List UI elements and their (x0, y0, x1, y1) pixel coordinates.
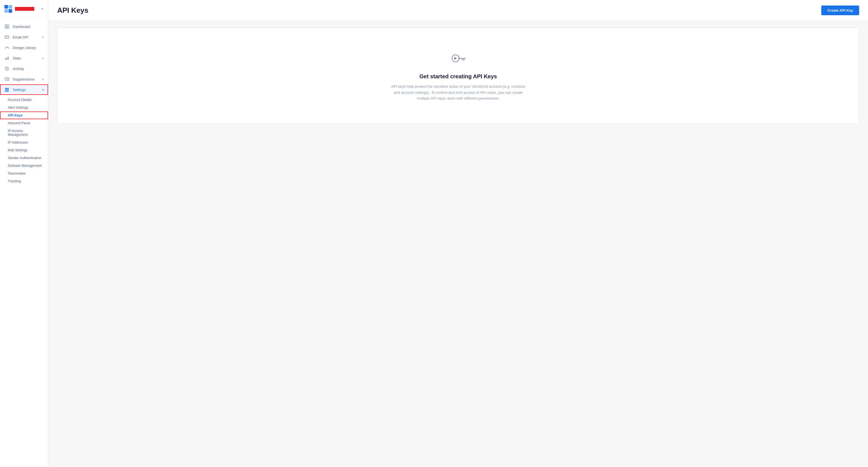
empty-state-description: API keys help protect the sensitive area… (389, 84, 527, 101)
svg-rect-15 (5, 88, 9, 89)
activity-icon (4, 66, 9, 71)
svg-rect-10 (6, 58, 7, 60)
svg-rect-1 (8, 5, 12, 8)
settings-icon (4, 87, 9, 92)
svg-rect-6 (5, 27, 7, 29)
sidebar-item-design-library-label: Design Library (13, 46, 36, 50)
stats-icon (4, 56, 9, 61)
sidebar-item-suppressions[interactable]: Suppressions ▾ (0, 74, 48, 84)
settings-sub-nav: Account Details Alert Settings API Keys … (0, 95, 48, 186)
create-api-key-button[interactable]: Create API Key (821, 5, 859, 15)
suppressions-icon (4, 77, 9, 82)
svg-rect-11 (8, 57, 8, 60)
empty-state-card: Get started creating API Keys API keys h… (57, 28, 859, 124)
sidebar-item-settings[interactable]: Settings ▾ (0, 84, 48, 95)
sub-nav-item-ip-access-management[interactable]: IP Access Management (0, 127, 48, 139)
key-icon (450, 50, 467, 68)
sub-nav-item-mail-settings[interactable]: Mail Settings (0, 146, 48, 154)
brand-name (15, 7, 34, 11)
sidebar-item-activity[interactable]: Activity (0, 63, 48, 74)
sub-nav-item-teammates[interactable]: Teammates (0, 170, 48, 177)
main-nav: Dashboard Email API ▾ Design Library (0, 18, 48, 467)
sidebar: ▼ Dashboard Email API (0, 0, 49, 467)
dashboard-icon (4, 24, 9, 29)
sidebar-item-dashboard-label: Dashboard (13, 25, 30, 29)
main-content: API Keys Create API Key Get started crea… (49, 0, 868, 467)
empty-state-title: Get started creating API Keys (420, 73, 497, 80)
svg-rect-3 (8, 9, 12, 13)
page-header: API Keys Create API Key (49, 0, 868, 21)
svg-rect-16 (5, 89, 9, 90)
sidebar-item-activity-label: Activity (13, 67, 24, 71)
content-area: Get started creating API Keys API keys h… (49, 21, 868, 467)
sidebar-item-email-api[interactable]: Email API ▾ (0, 32, 48, 42)
sub-nav-item-inbound-parse[interactable]: Inbound Parse (0, 119, 48, 127)
logo-icon (4, 5, 12, 13)
logo-area: ▼ (0, 0, 48, 18)
sub-nav-item-api-keys[interactable]: API Keys (0, 112, 48, 119)
sidebar-item-suppressions-label: Suppressions (13, 77, 35, 81)
sidebar-item-design-library[interactable]: Design Library (0, 42, 48, 53)
sub-nav-item-account-details[interactable]: Account Details (0, 96, 48, 104)
email-api-icon (4, 35, 9, 39)
page-title: API Keys (57, 6, 89, 14)
sidebar-item-email-api-label: Email API (13, 35, 28, 39)
sub-nav-item-alert-settings[interactable]: Alert Settings (0, 104, 48, 112)
svg-rect-9 (5, 58, 6, 60)
svg-rect-2 (4, 9, 8, 13)
svg-rect-4 (5, 25, 7, 26)
sidebar-item-dashboard[interactable]: Dashboard (0, 21, 48, 32)
sub-nav-item-subuser-management[interactable]: Subuser Management (0, 162, 48, 170)
svg-rect-0 (4, 5, 8, 8)
svg-rect-7 (7, 27, 9, 29)
stats-chevron: ▾ (42, 57, 44, 60)
sidebar-item-stats[interactable]: Stats ▾ (0, 53, 48, 63)
sub-nav-item-tracking[interactable]: Tracking (0, 177, 48, 185)
suppressions-chevron: ▾ (42, 78, 44, 81)
sidebar-item-stats-label: Stats (13, 56, 21, 60)
svg-rect-17 (5, 91, 9, 92)
sidebar-item-settings-label: Settings (13, 88, 26, 92)
logo-chevron: ▼ (41, 7, 44, 10)
design-library-icon (4, 45, 9, 50)
svg-rect-5 (7, 25, 9, 26)
sub-nav-item-sender-authentication[interactable]: Sender Authentication (0, 154, 48, 162)
settings-chevron: ▾ (42, 88, 44, 91)
svg-point-22 (454, 57, 456, 59)
sub-nav-item-ip-addresses[interactable]: IP Addresses (0, 139, 48, 146)
email-api-chevron: ▾ (42, 36, 44, 39)
